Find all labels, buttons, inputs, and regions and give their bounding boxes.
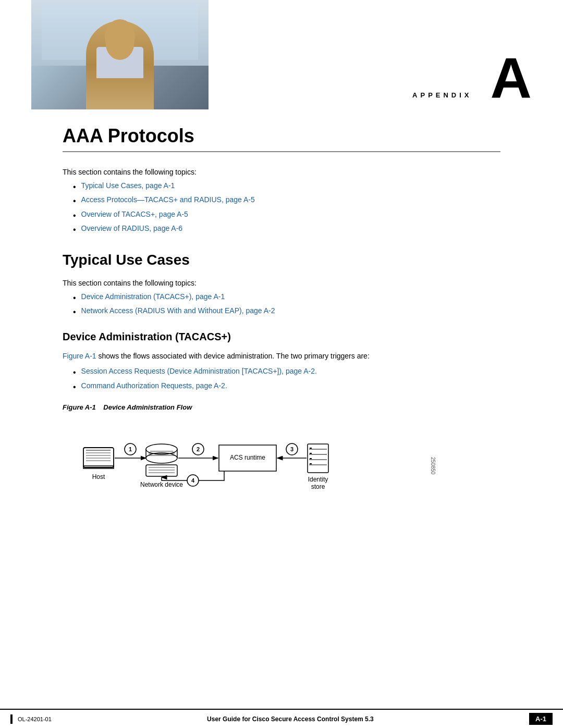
link-network-access[interactable]: Network Access (RADIUS With and Without … (81, 306, 275, 315)
svg-rect-17 (146, 465, 177, 476)
header-area: APPENDIX A (0, 0, 563, 109)
link-figure-a1[interactable]: Figure A-1 (63, 352, 96, 360)
list-item: Network Access (RADIUS With and Without … (73, 306, 500, 318)
identity-store-label: Identity (308, 476, 328, 483)
figure-side-number: 250850 (430, 457, 436, 474)
device-admin-body-text: shows the flows associated with device a… (98, 352, 369, 360)
typical-intro: This section contains the following topi… (63, 279, 500, 287)
host-label: Host (92, 473, 105, 480)
link-overview-radius[interactable]: Overview of RADIUS, page A-6 (81, 224, 183, 232)
list-item: Typical Use Cases, page A-1 (73, 181, 500, 193)
page-spacer (0, 611, 563, 709)
list-item: Command Authorization Requests, page A-2… (73, 381, 500, 393)
link-overview-tacacs[interactable]: Overview of TACACS+, page A-5 (81, 210, 188, 218)
appendix-label: APPENDIX A (209, 52, 532, 109)
chapter-divider (63, 151, 500, 152)
network-device-label: Network device (140, 481, 183, 488)
footer-page-label: A-1 (529, 713, 553, 725)
typical-links-list: Device Administration (TACACS+), page A-… (73, 292, 500, 318)
footer: OL-24201-01 User Guide for Cisco Secure … (0, 709, 563, 728)
svg-rect-0 (83, 448, 114, 467)
svg-text:2: 2 (197, 446, 200, 452)
footer-left: OL-24201-01 (10, 714, 52, 724)
footer-guide-title: User Guide for Cisco Secure Access Contr… (207, 715, 374, 723)
figure-diagram-container: Host 1 (73, 419, 500, 513)
list-item: Overview of TACACS+, page A-5 (73, 210, 500, 221)
svg-text:store: store (311, 483, 325, 490)
subsection-device-admin-title: Device Administration (TACACS+) (63, 331, 500, 343)
list-item: Device Administration (TACACS+), page A-… (73, 292, 500, 304)
header-image (31, 0, 209, 109)
svg-text:1: 1 (129, 446, 132, 452)
chapter-title: AAA Protocols (63, 125, 500, 147)
appendix-letter: A (491, 52, 532, 103)
link-command-auth[interactable]: Command Authorization Requests, page A-2… (81, 381, 227, 390)
main-content: AAA Protocols This section contains the … (0, 109, 563, 611)
link-access-protocols[interactable]: Access Protocols—TACACS+ and RADIUS, pag… (81, 195, 255, 204)
svg-text:4: 4 (191, 477, 195, 484)
page-container: APPENDIX A AAA Protocols This section co… (0, 0, 563, 728)
link-typical-use-cases[interactable]: Typical Use Cases, page A-1 (81, 181, 175, 190)
svg-rect-36 (310, 463, 312, 464)
link-device-admin[interactable]: Device Administration (TACACS+), page A-… (81, 292, 225, 301)
svg-rect-35 (310, 458, 312, 459)
appendix-text: APPENDIX (412, 91, 472, 99)
svg-rect-34 (310, 453, 312, 454)
list-item: Session Access Requests (Device Administ… (73, 367, 500, 378)
link-session-access[interactable]: Session Access Requests (Device Administ… (81, 367, 317, 375)
chapter-intro: This section contains the following topi… (63, 168, 500, 176)
section-typical-title: Typical Use Cases (63, 252, 500, 268)
device-admin-links-list: Session Access Requests (Device Administ… (73, 367, 500, 393)
chapter-links-list: Typical Use Cases, page A-1 Access Proto… (73, 181, 500, 236)
diagram-svg: Host 1 (73, 419, 427, 513)
acs-label: ACS runtime (230, 454, 265, 461)
list-item: Access Protocols—TACACS+ and RADIUS, pag… (73, 195, 500, 207)
svg-rect-33 (310, 448, 312, 449)
list-item: Overview of RADIUS, page A-6 (73, 224, 500, 236)
device-admin-body: Figure A-1 shows the flows associated wi… (63, 351, 500, 362)
svg-text:3: 3 (290, 446, 293, 452)
footer-doc-number: OL-24201-01 (18, 716, 52, 722)
footer-bar (10, 714, 13, 724)
figure-label: Figure A-1 Device Administration Flow (63, 403, 500, 411)
